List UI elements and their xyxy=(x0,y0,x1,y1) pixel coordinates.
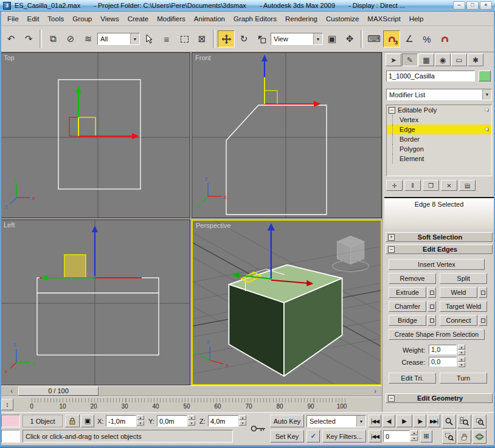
unlink-selection-button[interactable]: ⊘ xyxy=(62,30,79,47)
left-viewport-canvas[interactable]: z y x xyxy=(1,220,190,385)
bridge-button[interactable]: Bridge xyxy=(389,315,426,326)
minimize-button[interactable]: – xyxy=(453,1,465,10)
edit-tri-button[interactable]: Edit Tri. xyxy=(389,373,436,384)
go-to-end-button[interactable]: ▶▶| xyxy=(428,415,440,427)
viewport-front-label[interactable]: Front xyxy=(195,54,211,61)
chamfer-settings-button[interactable] xyxy=(428,301,436,312)
menu-views[interactable]: Views xyxy=(96,13,123,24)
chevron-down-icon[interactable]: ▼ xyxy=(130,33,139,44)
soft-selection-rollout-header[interactable]: + Soft Selection xyxy=(386,232,493,242)
object-color-swatch[interactable] xyxy=(479,71,491,81)
connect-settings-button[interactable] xyxy=(479,315,487,326)
create-shape-button[interactable]: Create Shape From Selection xyxy=(389,329,485,340)
go-to-start-button[interactable]: |◀◀ xyxy=(369,415,381,427)
spin-up-icon[interactable]: ▲ xyxy=(458,345,465,350)
use-center-button[interactable]: ▣ xyxy=(324,30,341,47)
arc-rotate-button[interactable] xyxy=(472,430,486,444)
tab-display[interactable]: ▭ xyxy=(451,53,467,66)
menu-group[interactable]: Group xyxy=(68,13,96,24)
top-viewport-canvas[interactable]: y x z xyxy=(1,53,190,218)
extrude-settings-button[interactable] xyxy=(428,287,436,298)
x-coordinate-field[interactable] xyxy=(106,415,136,427)
make-unique-button[interactable]: ❐ xyxy=(423,180,439,191)
spin-down-icon[interactable]: ▼ xyxy=(410,436,418,441)
time-slider-right-arrow[interactable]: › xyxy=(371,387,379,396)
selection-region-button[interactable] xyxy=(176,30,193,47)
select-object-button[interactable] xyxy=(140,30,158,47)
select-and-move-button[interactable] xyxy=(218,30,235,47)
title-bar[interactable]: 3 ES_Casilla_01a2.max - Project Folder: … xyxy=(0,0,495,12)
insert-vertex-button[interactable]: Insert Vertex xyxy=(389,259,485,270)
menu-maxscript[interactable]: MAXScript xyxy=(363,13,404,24)
menu-tools[interactable]: Tools xyxy=(43,13,68,24)
open-mini-curve-editor-button[interactable]: ↕ xyxy=(1,399,13,410)
pin-stack-button[interactable]: ✛ xyxy=(386,180,403,191)
frame-spinner[interactable]: ▲▼ xyxy=(410,430,418,441)
spin-up-icon[interactable]: ▲ xyxy=(188,415,195,420)
viewport-front[interactable]: Front xyxy=(192,52,382,218)
box-outline-left[interactable] xyxy=(37,278,159,355)
reference-coordsys-dropdown[interactable]: View ▼ xyxy=(271,33,323,45)
set-keys-big-button[interactable] xyxy=(249,415,268,443)
menu-create[interactable]: Create xyxy=(123,13,153,24)
stack-row-editable-poly[interactable]: − Editable Poly ◄ xyxy=(387,105,491,115)
stack-row-polygon[interactable]: Polygon xyxy=(387,144,491,154)
spin-up-icon[interactable]: ▲ xyxy=(239,415,246,420)
spin-down-icon[interactable]: ▼ xyxy=(458,350,465,355)
viewport-perspective-label[interactable]: Perspective xyxy=(196,222,230,229)
select-and-rotate-button[interactable]: ↻ xyxy=(235,30,252,47)
viewport-perspective[interactable]: Perspective xyxy=(192,219,382,385)
turn-button[interactable]: Turn xyxy=(440,373,487,384)
viewport-top-label[interactable]: Top xyxy=(4,54,15,61)
zoom-extents-button[interactable] xyxy=(472,415,486,429)
weight-field[interactable]: 1,0 xyxy=(429,345,457,354)
y-spinner[interactable]: ▲▼ xyxy=(188,415,195,426)
pan-button[interactable] xyxy=(457,430,471,444)
maxscript-mini-listener[interactable] xyxy=(1,430,20,443)
remove-modifier-button[interactable]: ✕ xyxy=(441,180,457,191)
split-button[interactable]: Split xyxy=(440,273,487,284)
menu-file[interactable]: File xyxy=(3,13,23,24)
crease-field[interactable]: 0,0 xyxy=(429,357,457,367)
configure-modifier-sets-button[interactable]: ▤ xyxy=(459,180,476,191)
z-spinner[interactable]: ▲▼ xyxy=(239,415,246,426)
y-coordinate-field[interactable] xyxy=(157,415,187,427)
menu-modifiers[interactable]: Modifiers xyxy=(153,13,190,24)
modifier-list-dropdown[interactable]: Modifier List ▼ xyxy=(386,89,492,100)
selection-lock-toggle[interactable] xyxy=(65,415,80,427)
move-gizmo[interactable] xyxy=(261,55,321,107)
tab-modify[interactable]: ✎ xyxy=(402,53,418,66)
set-key-button[interactable]: Set Key xyxy=(270,430,304,443)
close-button[interactable]: × xyxy=(480,1,492,10)
collapse-icon[interactable]: − xyxy=(389,107,395,114)
grid-toggle-button[interactable]: ⊞ xyxy=(420,430,432,443)
spinner-snap-button[interactable] xyxy=(436,30,453,47)
connect-button[interactable]: Connect xyxy=(440,315,477,326)
stack-row-edge[interactable]: Edge ◄ xyxy=(387,125,491,134)
box-outline-top[interactable] xyxy=(58,80,140,189)
previous-frame-button[interactable]: ◀| xyxy=(382,415,395,427)
time-slider-button[interactable]: 0 / 100 xyxy=(18,387,99,396)
next-frame-button[interactable]: |▶ xyxy=(414,415,426,427)
maxscript-mini-listener-macro[interactable] xyxy=(1,415,20,427)
object-name-field[interactable] xyxy=(386,71,475,81)
snaps-toggle-button[interactable]: 3 xyxy=(383,30,400,47)
zoom-all-button[interactable] xyxy=(457,415,471,429)
spin-up-icon[interactable]: ▲ xyxy=(410,430,418,435)
tab-create[interactable]: ➤ xyxy=(386,53,401,66)
menu-rendering[interactable]: Rendering xyxy=(281,13,322,24)
weight-spinner[interactable]: ▲ ▼ xyxy=(458,345,465,355)
edit-edges-rollout-header[interactable]: − Edit Edges xyxy=(386,244,493,254)
auto-key-button[interactable]: Auto Key xyxy=(270,415,304,427)
menu-animation[interactable]: Animation xyxy=(190,13,229,24)
spin-down-icon[interactable]: ▼ xyxy=(458,362,465,367)
spin-up-icon[interactable]: ▲ xyxy=(137,415,144,420)
viewport-left[interactable]: Left xyxy=(0,219,190,385)
target-weld-button[interactable]: Target Weld xyxy=(440,301,487,312)
remove-button[interactable]: Remove xyxy=(389,273,436,284)
chamfer-button[interactable]: Chamfer xyxy=(389,301,426,312)
select-and-scale-button[interactable] xyxy=(253,30,270,47)
expand-icon[interactable]: + xyxy=(388,234,395,241)
selected-face-highlight[interactable] xyxy=(64,255,86,278)
bridge-settings-button[interactable] xyxy=(428,315,436,326)
